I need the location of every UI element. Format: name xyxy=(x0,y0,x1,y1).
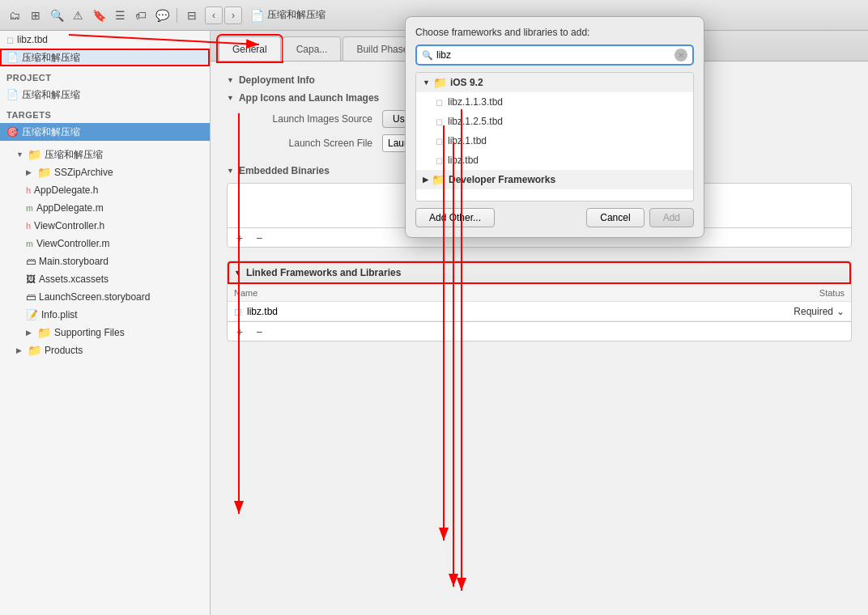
sidebar-item-viewcontroller-h[interactable]: h ViewController.h xyxy=(0,217,210,235)
dialog-item-libz1[interactable]: ◻ libz.1.tbd xyxy=(416,131,693,151)
viewcontroller-h-label: ViewController.h xyxy=(34,220,104,231)
launchscreen-icon: 🗃 xyxy=(26,291,36,303)
linked-arrow: ▼ xyxy=(234,269,241,277)
deploy-section-label: Deployment Info xyxy=(239,74,315,86)
products-folder-icon: 📁 xyxy=(28,344,41,357)
toolbar-icon-bookmark[interactable]: 🔖 xyxy=(91,7,107,23)
assets-label: Assets.xcassets xyxy=(39,274,108,285)
sidebar-item-products[interactable]: ▶ 📁 Products xyxy=(0,341,210,359)
frameworks-dialog[interactable]: Choose frameworks and libraries to add: … xyxy=(405,16,704,238)
linked-section-header[interactable]: ▼ Linked Frameworks and Libraries xyxy=(228,261,851,284)
toolbar-icon-tag[interactable]: 🏷 xyxy=(133,7,149,23)
ios-group-arrow: ▼ xyxy=(423,78,430,87)
h-icon: h xyxy=(26,186,31,195)
sidebar-target-label: 压缩和解压缩 xyxy=(22,125,80,139)
sidebar-project-label: 压缩和解压缩 xyxy=(22,51,80,65)
sszip-folder-icon: 📁 xyxy=(37,166,51,179)
item2-icon: ◻ xyxy=(436,117,443,127)
libz-file-icon: ◻ xyxy=(234,306,242,317)
linked-add-remove-bar: + − xyxy=(228,321,851,341)
app-icons-label: App Icons and Launch Images xyxy=(239,92,379,104)
sszip-label: SSZipArchive xyxy=(54,167,113,178)
toolbar-title: 📄 压缩和解压缩 xyxy=(250,8,326,22)
file-icon: 📄 xyxy=(250,9,264,22)
dialog-item-libz125[interactable]: ◻ libz.1.2.5.tbd xyxy=(416,112,693,131)
supporting-files-label: Supporting Files xyxy=(54,327,125,338)
ios-group-label: iOS 9.2 xyxy=(450,77,483,88)
embedded-add-button[interactable]: + xyxy=(231,231,249,245)
dialog-buttons: Add Other... Cancel Add xyxy=(415,208,694,227)
sidebar-item-viewcontroller-m[interactable]: m ViewController.m xyxy=(0,235,210,252)
sidebar-item-main-storyboard[interactable]: 🗃 Main.storyboard xyxy=(0,252,210,270)
sidebar-project-item-label: 压缩和解压缩 xyxy=(22,88,80,102)
ios-group-folder-icon: 📁 xyxy=(433,76,447,89)
dialog-group-ios[interactable]: ▼ 📁 iOS 9.2 xyxy=(416,73,693,92)
tab-general[interactable]: General xyxy=(219,36,281,61)
dialog-search-clear-button[interactable]: ✕ xyxy=(674,49,687,62)
toolbar-icon-scheme[interactable]: ⊟ xyxy=(184,7,200,23)
sidebar-item-target[interactable]: 🎯 压缩和解压缩 xyxy=(0,123,210,141)
nav-forward-button[interactable]: › xyxy=(224,6,242,24)
embedded-label: Embedded Binaries xyxy=(239,165,330,176)
sidebar-item-infoplist[interactable]: 📝 Info.plist xyxy=(0,306,210,324)
dialog-item-libz113[interactable]: ◻ libz.1.1.3.tbd xyxy=(416,92,693,112)
sidebar-item-launchscreen[interactable]: 🗃 LaunchScreen.storyboard xyxy=(0,288,210,306)
linked-libz-row[interactable]: ◻ libz.tbd Required ⌄ xyxy=(228,302,851,321)
dialog-search-bar[interactable]: 🔍 ✕ xyxy=(415,45,694,66)
linked-table-header: Name Status xyxy=(228,284,851,302)
linked-remove-button[interactable]: − xyxy=(250,324,268,339)
app-icons-arrow: ▼ xyxy=(227,94,234,102)
dialog-search-input[interactable] xyxy=(436,49,671,61)
status-dropdown-icon[interactable]: ⌄ xyxy=(836,306,845,317)
add-button[interactable]: Add xyxy=(649,208,694,227)
toolbar-icon-grid[interactable]: ⊞ xyxy=(28,7,44,23)
deploy-arrow: ▼ xyxy=(227,76,234,84)
main-storyboard-label: Main.storyboard xyxy=(39,256,108,267)
project-section-label: PROJECT xyxy=(0,70,210,86)
item1-icon: ◻ xyxy=(436,97,443,108)
item3-icon: ◻ xyxy=(436,136,443,146)
viewcontroller-m-label: ViewController.m xyxy=(36,238,109,249)
linked-section: ▼ Linked Frameworks and Libraries Name S… xyxy=(227,261,852,341)
item2-label: libz.1.2.5.tbd xyxy=(448,116,503,127)
tab-capabilities[interactable]: Capa... xyxy=(283,36,342,61)
linked-add-button[interactable]: + xyxy=(231,324,249,339)
linked-label: Linked Frameworks and Libraries xyxy=(246,267,401,278)
cancel-button[interactable]: Cancel xyxy=(586,208,644,227)
launchscreen-label: LaunchScreen.storyboard xyxy=(39,291,150,303)
dialog-search-icon: 🔍 xyxy=(422,50,433,61)
proj-doc-icon: 📄 xyxy=(6,89,19,100)
sidebar-item-libz-top[interactable]: ◻ libz.tbd xyxy=(0,31,210,49)
toolbar-icon-search[interactable]: 🔍 xyxy=(49,7,65,23)
dialog-item-libz[interactable]: ◻ libz.tbd xyxy=(416,151,693,170)
sidebar-item-assets[interactable]: 🖼 Assets.xcassets xyxy=(0,270,210,288)
toolbar-icon-warning[interactable]: ⚠ xyxy=(70,7,86,23)
sidebar-item-main-project[interactable]: 📄 压缩和解压缩 xyxy=(0,49,210,66)
toolbar-icon-chat[interactable]: 💬 xyxy=(154,7,170,23)
nav-back-button[interactable]: ‹ xyxy=(205,6,223,24)
appdelegate-m-label: AppDelegate.m xyxy=(36,202,104,214)
sidebar-item-appdelegate-m[interactable]: m AppDelegate.m xyxy=(0,199,210,217)
sidebar-item-sszip[interactable]: ▶ 📁 SSZipArchive xyxy=(0,163,210,181)
linked-libz-name: ◻ libz.tbd xyxy=(234,306,747,317)
embedded-remove-button[interactable]: − xyxy=(250,231,268,245)
item1-label: libz.1.1.3.tbd xyxy=(448,96,503,108)
dialog-group-dev[interactable]: ▶ 📁 Developer Frameworks xyxy=(416,170,693,189)
linked-status-col: Status xyxy=(747,288,845,298)
launch-screen-label: Launch Screen File xyxy=(227,138,372,149)
item4-label: libz.tbd xyxy=(448,155,479,166)
toolbar-icon-folder[interactable]: 🗂 xyxy=(6,7,23,23)
dev-group-folder-icon: 📁 xyxy=(432,173,445,186)
sidebar-item-project[interactable]: 📄 压缩和解压缩 xyxy=(0,86,210,104)
add-other-button[interactable]: Add Other... xyxy=(415,208,495,227)
sidebar-item-appdelegate-h[interactable]: h AppDelegate.h xyxy=(0,181,210,199)
infoplist-label: Info.plist xyxy=(41,309,78,320)
linked-name-col: Name xyxy=(234,288,747,298)
item3-label: libz.1.tbd xyxy=(448,135,487,146)
sidebar-item-supporting-files[interactable]: ▶ 📁 Supporting Files xyxy=(0,324,210,341)
project-file-icon: 📄 xyxy=(6,52,19,63)
products-disclosure: ▶ xyxy=(16,346,24,354)
sidebar-item-main-group-disclosure[interactable]: ▼ 📁 压缩和解压缩 xyxy=(0,146,210,163)
launch-images-label: Launch Images Source xyxy=(227,113,372,125)
toolbar-icon-list[interactable]: ☰ xyxy=(112,7,128,23)
